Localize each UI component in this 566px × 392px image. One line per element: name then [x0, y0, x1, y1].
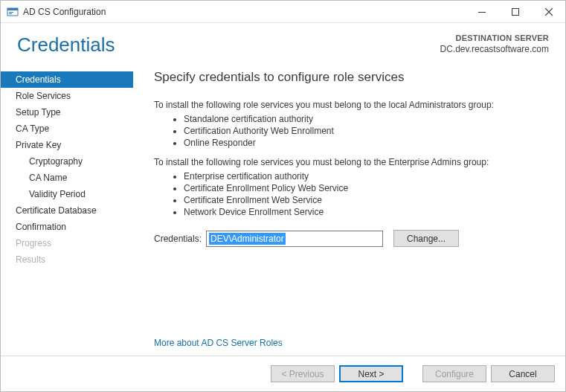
- svg-rect-1: [7, 8, 18, 10]
- sidebar: Credentials Role Services Setup Type CA …: [1, 70, 133, 356]
- sidebar-item-ca-type[interactable]: CA Type: [1, 121, 133, 137]
- page-title: Credentials: [17, 33, 115, 57]
- sidebar-item-cryptography[interactable]: Cryptography: [1, 153, 133, 170]
- header-area: Credentials DESTINATION SERVER DC.dev.re…: [1, 23, 565, 70]
- list-item: Standalone certification authority: [184, 113, 552, 125]
- cancel-button[interactable]: Cancel: [491, 365, 555, 382]
- window-controls: [465, 1, 565, 22]
- sidebar-item-private-key[interactable]: Private Key: [1, 137, 133, 153]
- content-heading: Specify credentials to configure role se…: [154, 70, 552, 85]
- content-para-local-admins: To install the following role services y…: [154, 100, 552, 110]
- configure-button: Configure: [422, 365, 486, 382]
- sidebar-item-confirmation[interactable]: Confirmation: [1, 219, 133, 235]
- footer: < Previous Next > Configure Cancel: [1, 356, 565, 391]
- sidebar-item-validity-period[interactable]: Validity Period: [1, 186, 133, 202]
- content-para-enterprise-admins: To install the following role services y…: [154, 157, 552, 167]
- app-icon: [7, 6, 19, 18]
- list-enterprise-admins: Enterprise certification authority Certi…: [154, 170, 552, 219]
- previous-button: < Previous: [271, 365, 335, 382]
- sidebar-item-ca-name[interactable]: CA Name: [1, 170, 133, 186]
- sidebar-item-certificate-database[interactable]: Certificate Database: [1, 202, 133, 219]
- credentials-label: Credentials:: [154, 234, 202, 244]
- next-button[interactable]: Next >: [339, 365, 403, 382]
- main-area: Credentials Role Services Setup Type CA …: [1, 70, 565, 356]
- credentials-input[interactable]: DEV\Administrator: [206, 231, 383, 247]
- window-title: AD CS Configuration: [23, 7, 465, 17]
- list-item: Enterprise certification authority: [184, 170, 552, 182]
- destination-block: DESTINATION SERVER DC.dev.recastsoftware…: [440, 33, 550, 57]
- sidebar-item-setup-type[interactable]: Setup Type: [1, 104, 133, 121]
- close-button[interactable]: [532, 1, 565, 22]
- sidebar-item-credentials[interactable]: Credentials: [1, 71, 133, 88]
- maximize-button[interactable]: [498, 1, 532, 22]
- svg-rect-5: [512, 8, 518, 15]
- credentials-row: Credentials: DEV\Administrator Change...: [154, 230, 552, 247]
- list-item: Online Responder: [184, 137, 552, 149]
- svg-rect-3: [9, 13, 12, 14]
- change-button[interactable]: Change...: [393, 230, 459, 247]
- list-item: Certificate Enrollment Web Service: [184, 194, 552, 206]
- destination-label: DESTINATION SERVER: [440, 33, 550, 42]
- list-item: Certification Authority Web Enrollment: [184, 125, 552, 137]
- content-area: Specify credentials to configure role se…: [133, 70, 559, 356]
- sidebar-item-role-services[interactable]: Role Services: [1, 88, 133, 104]
- sidebar-item-progress: Progress: [1, 235, 133, 251]
- minimize-button[interactable]: [465, 1, 498, 22]
- list-item: Certificate Enrollment Policy Web Servic…: [184, 182, 552, 194]
- credentials-value: DEV\Administrator: [209, 233, 286, 245]
- titlebar: AD CS Configuration: [1, 1, 565, 23]
- svg-rect-2: [9, 12, 13, 13]
- destination-server: DC.dev.recastsoftware.com: [440, 44, 550, 54]
- list-local-admins: Standalone certification authority Certi…: [154, 113, 552, 150]
- svg-rect-4: [478, 12, 486, 13]
- list-item: Network Device Enrollment Service: [184, 206, 552, 218]
- more-about-link[interactable]: More about AD CS Server Roles: [154, 338, 283, 348]
- sidebar-item-results: Results: [1, 251, 133, 268]
